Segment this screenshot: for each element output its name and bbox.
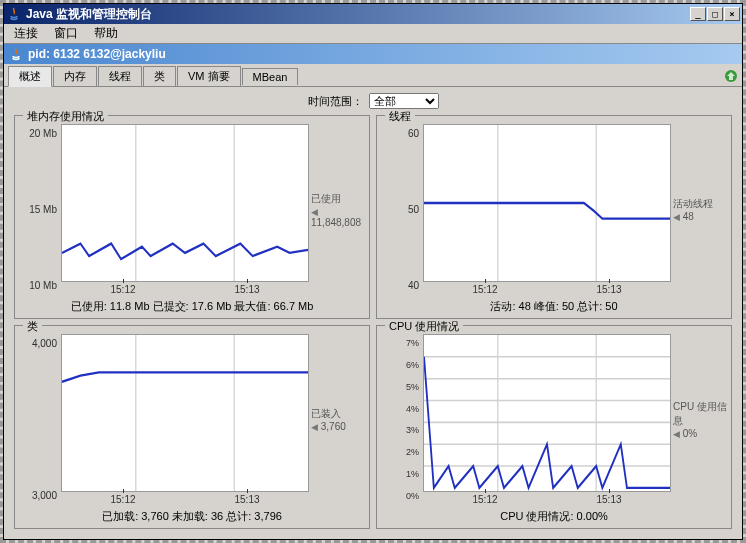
threads-panel-title: 线程 — [385, 109, 415, 124]
minimize-button[interactable]: _ — [690, 7, 706, 21]
threads-chart — [423, 124, 671, 282]
reconnect-icon[interactable] — [724, 69, 738, 83]
connection-title: pid: 6132 6132@jackyliu — [28, 47, 166, 61]
classes-y-axis: 4,000 3,000 — [19, 334, 61, 505]
classes-legend: 已装入 ◀ 3,760 — [309, 334, 365, 505]
threads-panel: 线程 60 50 40 15:12 — [376, 115, 732, 319]
menu-help[interactable]: 帮助 — [88, 23, 124, 44]
time-range-select[interactable]: 全部 — [369, 93, 439, 109]
time-range-row: 时间范围： 全部 — [4, 87, 742, 115]
menu-connect[interactable]: 连接 — [8, 23, 44, 44]
inner-titlebar: pid: 6132 6132@jackyliu — [4, 44, 742, 64]
classes-panel-title: 类 — [23, 319, 42, 334]
heap-y-axis: 20 Mb 15 Mb 10 Mb — [19, 124, 61, 295]
threads-legend: 活动线程 ◀ 48 — [671, 124, 727, 295]
tab-overview[interactable]: 概述 — [8, 66, 52, 87]
tab-memory[interactable]: 内存 — [53, 66, 97, 86]
app-window: Java 监视和管理控制台 _ □ × 连接 窗口 帮助 pid: 6132 6… — [3, 3, 743, 540]
classes-chart — [61, 334, 309, 492]
close-button[interactable]: × — [724, 7, 740, 21]
cpu-y-axis: 7% 6% 5% 4% 3% 2% 1% 0% — [381, 334, 423, 505]
tabbar: 概述 内存 线程 类 VM 摘要 MBean — [4, 64, 742, 87]
threads-x-axis: 15:12 15:13 — [423, 282, 671, 295]
charts-grid: 堆内存使用情况 20 Mb 15 Mb 10 Mb — [4, 115, 742, 539]
threads-stats: 活动: 48 峰值: 50 总计: 50 — [381, 295, 727, 314]
cpu-panel: CPU 使用情况 7% 6% 5% 4% 3% 2% 1% 0% — [376, 325, 732, 529]
heap-chart — [61, 124, 309, 282]
time-range-label: 时间范围： — [308, 94, 363, 109]
heap-legend: 已使用 ◀ 11,848,808 — [309, 124, 365, 295]
menubar: 连接 窗口 帮助 — [4, 24, 742, 44]
cpu-stats: CPU 使用情况: 0.00% — [381, 505, 727, 524]
tab-vm-summary[interactable]: VM 摘要 — [177, 66, 241, 86]
tab-mbeans[interactable]: MBean — [242, 68, 299, 85]
menu-window[interactable]: 窗口 — [48, 23, 84, 44]
cpu-chart — [423, 334, 671, 492]
window-title: Java 监视和管理控制台 — [26, 6, 152, 23]
cpu-legend: CPU 使用信息 ◀ 0% — [671, 334, 727, 505]
heap-panel-title: 堆内存使用情况 — [23, 109, 108, 124]
java-icon — [6, 6, 22, 22]
classes-panel: 类 4,000 3,000 15:12 — [14, 325, 370, 529]
tab-classes[interactable]: 类 — [143, 66, 176, 86]
cpu-x-axis: 15:12 15:13 — [423, 492, 671, 505]
classes-stats: 已加载: 3,760 未加载: 36 总计: 3,796 — [19, 505, 365, 524]
classes-x-axis: 15:12 15:13 — [61, 492, 309, 505]
tab-threads[interactable]: 线程 — [98, 66, 142, 86]
maximize-button[interactable]: □ — [707, 7, 723, 21]
cpu-panel-title: CPU 使用情况 — [385, 319, 463, 334]
heap-stats: 已使用: 11.8 Mb 已提交: 17.6 Mb 最大值: 66.7 Mb — [19, 295, 365, 314]
java-icon — [8, 46, 24, 62]
threads-y-axis: 60 50 40 — [381, 124, 423, 295]
titlebar: Java 监视和管理控制台 _ □ × — [4, 4, 742, 24]
heap-x-axis: 15:12 15:13 — [61, 282, 309, 295]
heap-panel: 堆内存使用情况 20 Mb 15 Mb 10 Mb — [14, 115, 370, 319]
